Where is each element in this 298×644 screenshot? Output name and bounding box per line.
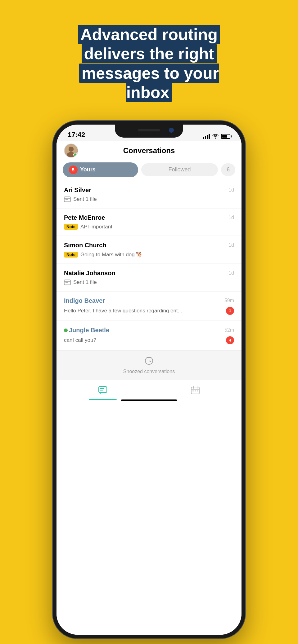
clock-icon [145, 356, 153, 365]
svg-rect-20 [192, 390, 194, 391]
svg-rect-4 [64, 197, 70, 202]
conv-time: 1d [228, 242, 234, 248]
svg-rect-7 [64, 280, 70, 285]
svg-rect-13 [99, 386, 107, 393]
phone-screen: 17:42 [56, 125, 242, 635]
phone-frame: 17:42 [53, 121, 245, 638]
conv-preview: Sent 1 file [64, 279, 234, 285]
phone-notch [115, 125, 183, 138]
conv-name: Simon Church [64, 242, 106, 249]
conv-time: 59m [224, 298, 234, 303]
nav-item-calendar[interactable] [181, 384, 209, 396]
svg-rect-22 [197, 390, 198, 391]
conv-preview: Note Going to Mars with dog 🐕 [64, 251, 234, 258]
unread-badge: 4 [226, 336, 234, 344]
conversation-item[interactable]: Simon Church 1d Note Going to Mars with … [56, 236, 242, 263]
conv-preview-text: Sent 1 file [73, 279, 97, 285]
note-badge: Note [64, 224, 78, 230]
chat-nav-icon [98, 386, 107, 395]
conversation-item[interactable]: Jungle Beetle 52m canI call you? 4 [56, 321, 242, 350]
conv-preview-text: Sent 1 file [73, 196, 97, 202]
home-indicator [121, 399, 177, 401]
app-header: Conversations [56, 141, 242, 160]
snoozed-text: Snoozed conversations [123, 369, 175, 374]
battery-icon [221, 134, 230, 139]
tab-yours[interactable]: 5 Yours [63, 162, 138, 177]
conv-header: Indigo Beaver 59m [64, 297, 234, 304]
conv-header: Pete McEnroe 1d [64, 214, 234, 221]
conv-preview-text: canI call you? [64, 337, 96, 343]
unread-badge: 1 [226, 307, 234, 315]
yours-badge: 5 [69, 165, 78, 174]
conv-preview-text: API important [80, 224, 112, 230]
conv-preview: Sent 1 file [64, 196, 234, 202]
conversation-item[interactable]: Natalie Johanson 1d Sent 1 file [56, 264, 242, 291]
status-time: 17:42 [68, 131, 85, 139]
headline-line3: messages to your inbox [79, 64, 219, 102]
conv-time: 1d [228, 215, 234, 220]
notch-speaker [138, 129, 160, 131]
avatar[interactable] [64, 143, 78, 158]
headline-text: Advanced routing delivers the right mess… [62, 25, 236, 102]
conv-preview-text: Going to Mars with dog 🐕 [80, 251, 143, 258]
yours-label: Yours [80, 166, 96, 173]
file-icon [64, 196, 71, 202]
tabs-bar: 5 Yours Followed 6 [56, 160, 242, 181]
conv-preview-text: Hello Peter. I have a few questions rega… [64, 308, 182, 314]
conv-time: 1d [228, 270, 234, 276]
conv-name: Pete McEnroe [64, 214, 105, 221]
tab-followed[interactable]: Followed [141, 163, 218, 176]
conv-header: Simon Church 1d [64, 242, 234, 249]
avatar-online-dot [73, 153, 77, 157]
conversation-item[interactable]: Pete McEnroe 1d Note API important [56, 209, 242, 236]
conv-time: 52m [224, 327, 234, 333]
conv-name: Jungle Beetle [64, 327, 109, 334]
conv-header: Jungle Beetle 52m [64, 327, 234, 334]
conv-name: Indigo Beaver [64, 297, 105, 304]
notch-camera [169, 128, 174, 133]
svg-point-2 [69, 147, 74, 152]
conversation-item[interactable]: Indigo Beaver 59m Hello Peter. I have a … [56, 292, 242, 320]
conv-name: Ari Silver [64, 187, 91, 194]
conv-time: 1d [228, 187, 234, 193]
headline-line2: delivers the right [82, 44, 217, 63]
nav-item-chat[interactable] [89, 384, 117, 396]
signal-bars-icon [203, 134, 210, 139]
header-title: Conversations [123, 146, 175, 155]
calendar-nav-icon [191, 386, 200, 395]
online-dot [64, 329, 68, 332]
conv-preview: Hello Peter. I have a few questions rega… [64, 307, 234, 315]
svg-rect-21 [195, 390, 196, 391]
conv-header: Natalie Johanson 1d [64, 270, 234, 277]
conv-name: Natalie Johanson [64, 270, 115, 277]
followed-label: Followed [168, 166, 191, 173]
conversation-item[interactable]: Ari Silver 1d Sent 1 file [56, 181, 242, 208]
status-icons [203, 134, 230, 139]
count-label: 6 [227, 166, 230, 173]
app-content: Conversations 5 Yours Followed 6 [56, 141, 242, 635]
conv-preview: Note API important [64, 224, 234, 230]
headline-line1: Advanced routing [78, 25, 220, 44]
snoozed-icon [145, 356, 153, 367]
svg-point-0 [215, 138, 216, 138]
svg-line-12 [149, 361, 151, 362]
conv-header: Ari Silver 1d [64, 187, 234, 194]
tab-count[interactable]: 6 [221, 163, 235, 176]
conversations-list: Ari Silver 1d Sent 1 file [56, 181, 242, 380]
bottom-nav [56, 380, 242, 396]
file-icon [64, 279, 71, 285]
note-badge: Note [64, 252, 78, 258]
wifi-icon [212, 134, 219, 139]
snoozed-bar[interactable]: Snoozed conversations [56, 351, 242, 380]
headline-wrapper: Advanced routing delivers the right mess… [62, 25, 236, 102]
conv-preview: canI call you? 4 [64, 336, 234, 344]
